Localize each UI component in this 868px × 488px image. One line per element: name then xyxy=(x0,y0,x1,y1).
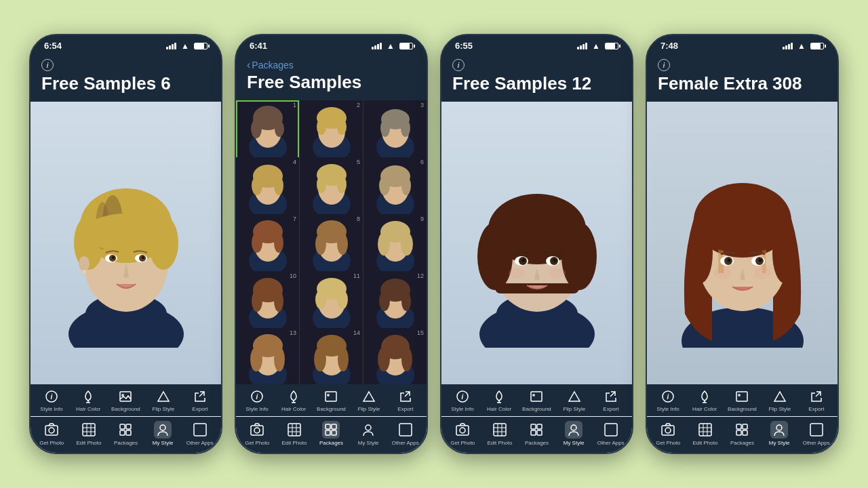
grid-item-5[interactable]: 5 xyxy=(300,157,363,220)
svg-point-113 xyxy=(274,347,285,371)
style-info-icon-1: i xyxy=(43,388,60,405)
svg-rect-131 xyxy=(251,426,263,435)
hair-preview-svg-1 xyxy=(52,138,201,348)
svg-rect-141 xyxy=(332,430,336,435)
my-style-btn-2[interactable]: My Style xyxy=(353,421,383,446)
flip-style-btn-4[interactable]: Flip Style xyxy=(766,388,793,412)
background-btn-2[interactable]: Background xyxy=(317,388,346,412)
info-icon-4[interactable]: i xyxy=(658,59,670,71)
grid-item-1[interactable]: 1 xyxy=(236,100,299,163)
style-info-icon-4: i xyxy=(660,388,676,405)
get-photo-btn-2[interactable]: Get Photo xyxy=(242,421,272,446)
style-info-btn-1[interactable]: i Style Info xyxy=(38,388,65,412)
back-nav-2[interactable]: ‹ Packages xyxy=(247,59,416,71)
packages-btn-3[interactable]: Packages xyxy=(521,421,551,446)
grid-item-7[interactable]: 7 xyxy=(236,214,299,277)
grid-item-14[interactable]: 14 xyxy=(300,328,363,384)
get-photo-btn-3[interactable]: Get Photo xyxy=(448,421,477,446)
svg-point-65 xyxy=(337,176,347,193)
get-photo-btn-1[interactable]: Get Photo xyxy=(37,421,66,446)
grid-item-4[interactable]: 4 xyxy=(236,157,299,220)
grid-item-9[interactable]: 9 xyxy=(363,214,427,277)
edit-photo-icon-2 xyxy=(285,421,303,439)
background-btn-3[interactable]: Background xyxy=(522,388,551,412)
face-display-1 xyxy=(31,102,221,384)
other-apps-btn-2[interactable]: Other Apps xyxy=(391,421,420,446)
info-icon-3[interactable]: i xyxy=(452,59,465,71)
hair-color-btn-2[interactable]: Hair Color xyxy=(280,388,307,412)
edit-photo-btn-3[interactable]: Edit Photo xyxy=(485,421,515,446)
packages-label-3: Packages xyxy=(525,440,549,446)
style-info-label-4: Style Info xyxy=(656,406,679,412)
hair-color-btn-1[interactable]: Hair Color xyxy=(75,388,102,412)
packages-btn-4[interactable]: Packages xyxy=(727,421,757,446)
other-apps-btn-3[interactable]: Other Apps xyxy=(596,421,626,446)
info-icon-1[interactable]: i xyxy=(41,59,54,71)
svg-point-41 xyxy=(275,121,284,137)
grid-item-3[interactable]: 3 xyxy=(363,100,427,163)
my-style-btn-1[interactable]: My Style xyxy=(148,421,178,446)
svg-point-52 xyxy=(380,119,390,137)
edit-photo-btn-2[interactable]: Edit Photo xyxy=(279,421,309,446)
svg-point-193 xyxy=(754,267,772,279)
grid-item-8[interactable]: 8 xyxy=(300,214,363,277)
svg-rect-163 xyxy=(531,392,542,401)
flip-style-btn-3[interactable]: Flip Style xyxy=(561,388,588,412)
edit-photo-btn-4[interactable]: Edit Photo xyxy=(690,421,720,446)
edit-photo-btn-1[interactable]: Edit Photo xyxy=(74,421,104,446)
export-btn-1[interactable]: Export xyxy=(186,388,214,412)
export-btn-3[interactable]: Export xyxy=(597,388,625,412)
svg-rect-176 xyxy=(537,430,542,435)
grid-item-2[interactable]: 2 xyxy=(300,100,363,163)
my-style-btn-3[interactable]: My Style xyxy=(559,421,589,446)
background-btn-1[interactable]: Background xyxy=(111,388,140,412)
hair-color-icon-2 xyxy=(285,388,302,405)
screen-4: i Style Info Hair Color Background xyxy=(647,102,837,453)
packages-icon-4 xyxy=(733,421,751,439)
svg-point-47 xyxy=(337,119,347,135)
style-info-btn-2[interactable]: i Style Info xyxy=(243,388,271,412)
packages-btn-1[interactable]: Packages xyxy=(111,421,140,446)
export-btn-2[interactable]: Export xyxy=(392,388,419,412)
style-info-btn-3[interactable]: i Style Info xyxy=(449,388,476,412)
grid-num-13: 13 xyxy=(290,329,296,336)
grid-item-6[interactable]: 6 xyxy=(363,157,427,220)
svg-rect-174 xyxy=(537,424,542,429)
grid-person-7 xyxy=(236,214,299,277)
svg-point-106 xyxy=(379,291,390,311)
grid-item-12[interactable]: 12 xyxy=(363,271,427,334)
hair-preview-svg-3 xyxy=(462,138,612,348)
hair-color-btn-4[interactable]: Hair Color xyxy=(691,388,718,412)
flip-style-btn-2[interactable]: Flip Style xyxy=(355,388,382,412)
grid-item-10[interactable]: 10 xyxy=(236,271,299,334)
status-bar-1: 6:54 ▲ xyxy=(31,35,221,54)
status-icons-4: ▲ xyxy=(783,41,824,51)
export-icon-2 xyxy=(397,388,414,405)
svg-point-46 xyxy=(317,119,326,135)
packages-btn-2[interactable]: Packages xyxy=(316,421,346,446)
get-photo-btn-4[interactable]: Get Photo xyxy=(653,421,683,446)
grid-item-11[interactable]: 11 xyxy=(300,271,363,334)
other-apps-btn-1[interactable]: Other Apps xyxy=(185,421,215,446)
grid-num-3: 3 xyxy=(420,102,424,108)
grid-item-13[interactable]: 13 xyxy=(236,328,299,384)
grid-container-2: 1 2 3 xyxy=(236,100,427,384)
svg-point-21 xyxy=(121,394,124,396)
my-style-label-2: My Style xyxy=(358,440,379,446)
svg-rect-207 xyxy=(743,424,747,429)
svg-point-185 xyxy=(772,222,797,283)
svg-point-124 xyxy=(378,347,390,371)
svg-point-16 xyxy=(79,256,90,271)
style-info-btn-4[interactable]: i Style Info xyxy=(654,388,682,412)
grid-item-15[interactable]: 15 xyxy=(363,328,427,384)
flip-style-btn-1[interactable]: Flip Style xyxy=(150,388,177,412)
screen-3: i Style Info Hair Color Background xyxy=(441,102,632,453)
svg-point-15 xyxy=(142,256,144,259)
other-apps-btn-4[interactable]: Other Apps xyxy=(802,421,831,446)
export-label-2: Export xyxy=(397,406,413,412)
signal-3 xyxy=(577,43,587,49)
hair-color-btn-3[interactable]: Hair Color xyxy=(486,388,513,412)
my-style-btn-4[interactable]: My Style xyxy=(764,421,794,446)
export-btn-4[interactable]: Export xyxy=(803,388,830,412)
background-btn-4[interactable]: Background xyxy=(728,388,757,412)
